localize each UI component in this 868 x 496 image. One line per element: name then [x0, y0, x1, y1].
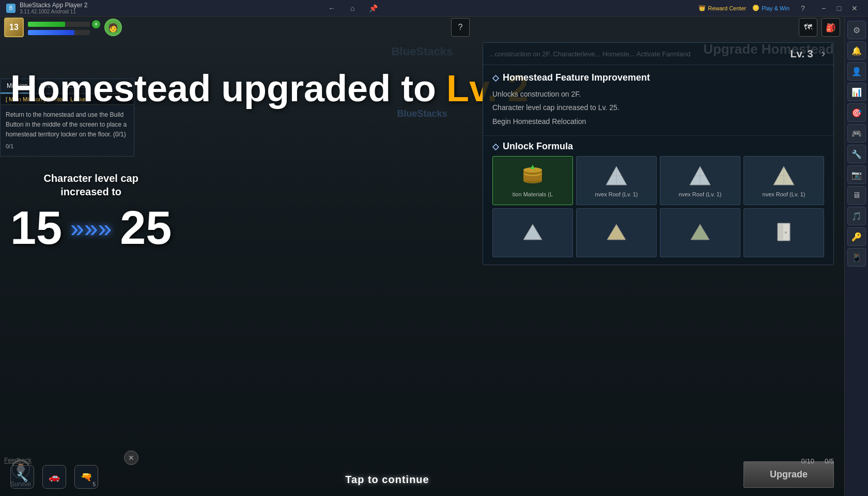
- diamond-icon: ◇: [492, 73, 499, 83]
- close-window-button[interactable]: ✕: [847, 0, 862, 17]
- maximize-button[interactable]: □: [832, 0, 846, 17]
- tap-continue-button[interactable]: Tap to continue: [345, 474, 429, 486]
- avatar[interactable]: 🧑: [104, 19, 122, 36]
- svg-marker-17: [691, 224, 709, 240]
- nav-home-button[interactable]: ⌂: [345, 0, 360, 17]
- level-cap-text: Character level capincreased to: [10, 172, 172, 198]
- title-bar-nav: ← ⌂ 📌: [318, 0, 386, 17]
- toolbar-target-button[interactable]: 🎯: [847, 103, 866, 122]
- next-level-arrow-button[interactable]: ›: [819, 47, 827, 60]
- nav-pin-button[interactable]: 📌: [366, 0, 380, 17]
- health-bars: +: [28, 20, 100, 35]
- formula-item-2-label: nvex Roof (Lv. 1): [595, 191, 638, 198]
- map-button[interactable]: 🗺: [799, 18, 817, 37]
- formula-grid: ▲ tion Materials (L: [492, 156, 824, 257]
- help-button[interactable]: ?: [796, 0, 810, 17]
- formula-item-7[interactable]: [660, 208, 740, 257]
- formula-item-3[interactable]: nvex Roof (Lv. 1): [660, 156, 740, 205]
- formula-item-6-icon: [604, 219, 629, 244]
- feature-line-3: Begin Homestead Relocation: [492, 115, 824, 128]
- action-drive-button[interactable]: 🚗: [42, 465, 66, 489]
- feature-line-2: Character level cap increased to Lv. 25.: [492, 101, 824, 114]
- roof-3-icon: [772, 165, 795, 186]
- roof-1-icon: [605, 165, 628, 186]
- arrow-2: »: [84, 214, 98, 242]
- svg-marker-16: [607, 224, 626, 240]
- toolbar-wrench-button[interactable]: 🔧: [847, 145, 866, 163]
- toolbar-stats-button[interactable]: 📊: [847, 83, 866, 101]
- toolbar-screen-button[interactable]: 🖥: [847, 186, 866, 205]
- play-win-button[interactable]: 🪙 Play & Win: [752, 5, 789, 11]
- resource-counter-1: 0/10: [801, 457, 814, 465]
- health-plus-button[interactable]: +: [92, 20, 100, 28]
- mission-close-button[interactable]: ✕: [124, 451, 138, 465]
- small-roof-2-icon: [605, 221, 628, 242]
- toolbar-mobile-button[interactable]: 📱: [847, 248, 866, 267]
- level-arrows: » » »: [70, 214, 112, 242]
- mission-content: Return to the homestead and use the Buil…: [1, 105, 134, 156]
- formula-item-2[interactable]: nvex Roof (Lv. 1): [576, 156, 657, 205]
- upgrade-button[interactable]: Upgrade: [743, 461, 834, 488]
- formula-item-5[interactable]: [492, 208, 573, 257]
- formula-item-4[interactable]: nvex Roof (Lv. 1): [743, 156, 824, 205]
- formula-item-4-label: nvex Roof (Lv. 1): [763, 191, 805, 198]
- formula-item-2-icon: [604, 163, 629, 188]
- formula-item-1-label: tion Materials (L: [513, 191, 553, 198]
- next-level-row: ...construction on 2F. Characterleve... …: [483, 43, 833, 65]
- crown-icon: 👑: [699, 5, 706, 11]
- bluestacks-game-logo: BlueStacks: [397, 109, 447, 119]
- top-hud-center: ?: [126, 18, 795, 37]
- bottom-actions: 🔧 🚗 🔫 5: [0, 465, 207, 489]
- svg-marker-15: [523, 224, 542, 240]
- formula-item-1-icon: ▲: [520, 163, 545, 188]
- toolbar-audio-button[interactable]: 🎵: [847, 207, 866, 225]
- formula-header: ◇ Unlock Formula: [492, 136, 824, 156]
- toolbar-account-button[interactable]: 👤: [847, 62, 866, 81]
- roof-2-icon: [689, 165, 711, 186]
- door-icon: [773, 221, 794, 242]
- top-hud-right: 🗺 🎒: [799, 18, 840, 37]
- toolbar-settings-button[interactable]: ⚙: [847, 21, 866, 39]
- xp-bar-row: [28, 30, 100, 35]
- formula-item-4-icon: [771, 163, 796, 188]
- toolbar-camera-button[interactable]: 📷: [847, 165, 866, 184]
- level-to: 25: [120, 205, 172, 251]
- arrow-3: »: [98, 214, 112, 242]
- question-button[interactable]: ?: [451, 18, 470, 37]
- toolbar-key-button[interactable]: 🔑: [847, 227, 866, 246]
- health-bar-row: +: [28, 20, 100, 28]
- xp-bar-track: [28, 30, 90, 35]
- app-title: BlueStacks App Player 2: [20, 2, 87, 9]
- svg-rect-20: [779, 224, 783, 240]
- formula-item-8[interactable]: [743, 208, 824, 257]
- toolbar-game-button[interactable]: 🎮: [847, 124, 866, 143]
- feedback-button[interactable]: Feedback: [4, 457, 32, 464]
- formula-item-6[interactable]: [576, 208, 657, 257]
- bluestacks-watermark: BlueStacks: [392, 45, 453, 58]
- small-roof-3-icon: [689, 221, 711, 242]
- top-hud: 13 + 🧑 ? 🗺 🎒: [0, 17, 844, 38]
- formula-item-1[interactable]: ▲ tion Materials (L: [492, 156, 573, 205]
- window-controls: − □ ✕: [816, 0, 862, 17]
- game-viewport: BlueStacks 13 + 🧑 ? 🗺 🎒: [0, 17, 844, 496]
- next-level-preview-text: ...construction on 2F. Characterleve... …: [489, 50, 690, 58]
- action-tool-button[interactable]: 🔧: [10, 465, 34, 489]
- app-icon: B: [6, 4, 16, 13]
- inventory-button[interactable]: 🎒: [822, 18, 840, 37]
- app-version: 3.11.42.1002 Android 11: [20, 9, 87, 14]
- reward-center-button[interactable]: 👑 Reward Center: [699, 5, 746, 11]
- up-arrow-icon: ▲: [529, 162, 536, 171]
- resource-counter-2: 0/5: [825, 457, 834, 465]
- formula-item-7-icon: [688, 219, 712, 244]
- action-weapon-button[interactable]: 🔫 5: [74, 465, 98, 489]
- feature-section: ◇ Homestead Feature Improvement Unlocks …: [483, 65, 833, 135]
- toolbar-notifications-button[interactable]: 🔔: [847, 41, 866, 60]
- nav-back-button[interactable]: ←: [324, 0, 339, 17]
- right-panel: ...construction on 2F. Characterleve... …: [483, 42, 834, 265]
- health-bar-track: [28, 22, 90, 27]
- formula-item-3-icon: [688, 163, 712, 188]
- level-from: 15: [10, 205, 62, 251]
- next-level-label: Lv. 3: [791, 48, 813, 60]
- small-roof-1-icon: [521, 221, 544, 242]
- minimize-button[interactable]: −: [816, 0, 831, 17]
